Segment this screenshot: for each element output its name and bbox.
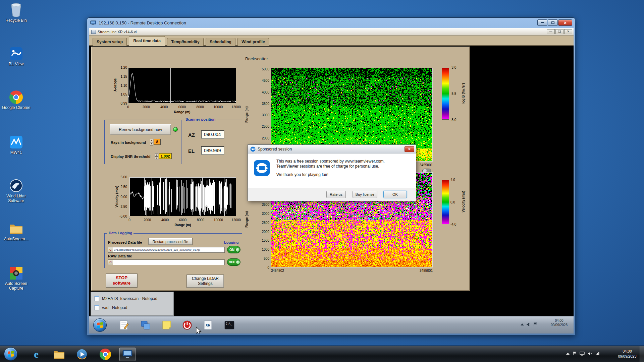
rdp-titlebar[interactable]: 192.168.0.150 - Remote Desktop Connectio… [87, 18, 575, 28]
desktop-icon-label: AutoScreen... [1, 237, 32, 242]
quicklaunch-xr-document-icon[interactable]: XR [202, 319, 214, 331]
show-desktop-button[interactable] [640, 346, 644, 362]
rays-in-background-label: Rays in background [111, 140, 146, 144]
desktop-icon-recycle-bin[interactable]: Recycle Bin [1, 3, 32, 23]
chrome-taskbar-icon[interactable] [99, 348, 112, 361]
action-center-flag-icon[interactable] [573, 351, 577, 356]
velocity-heat-y-axis-label: Range (m) [245, 208, 249, 231]
teamviewer-icon [250, 146, 256, 152]
chevron-up-icon[interactable] [521, 323, 524, 325]
stop-software-button[interactable]: STOP software [106, 274, 138, 288]
rdp-close-button[interactable]: × [558, 19, 572, 26]
desktop-icon-bl-view[interactable]: BL-View [1, 46, 32, 67]
dialog-text-line1: This was a free session sponsored by www… [276, 159, 385, 164]
popup-item-m2hats[interactable]: M2HATS_towerscan - Notepad [91, 294, 173, 303]
velocity-heat-x-labels: 34545023455001 [271, 269, 433, 273]
snr-value-field[interactable]: 1.002 [159, 153, 172, 159]
host-tray-clock[interactable]: 04:00 09/09/2023 [613, 349, 641, 359]
app-minimize-button[interactable]: — [547, 29, 555, 34]
rays-value-field[interactable]: 8 [154, 139, 161, 145]
popup-item-vad[interactable]: vad - Notepad [91, 303, 173, 312]
desktop-icon-label: Google Chrome [1, 106, 32, 110]
tab-real-time-data[interactable]: Real time data [129, 36, 165, 46]
scanner-position-title: Scanner position [184, 117, 217, 121]
scanner-position-group: Scanner position AZ 090.004 EL 089.999 [181, 120, 242, 164]
quicklaunch-notepad-icon[interactable] [118, 319, 130, 331]
toggle-dot [236, 260, 240, 264]
tab-wind-profile[interactable]: Wind profile [237, 38, 269, 46]
network-icon[interactable] [595, 352, 600, 356]
quicklaunch-console-icon[interactable]: C:\_ [224, 319, 235, 331]
el-value-field[interactable]: 089.999 [201, 146, 224, 155]
dialog-close-button[interactable]: × [405, 146, 414, 152]
quicklaunch-window-icon[interactable] [140, 319, 151, 331]
media-player-icon[interactable] [75, 348, 89, 361]
raw-path-control[interactable]: C [108, 259, 225, 265]
processed-path-field[interactable]: C:\Lidar\Data\Proc\2023\202309\20230909\… [113, 247, 225, 253]
ok-button[interactable]: OK [383, 191, 407, 198]
velocity-line-canvas [130, 178, 236, 216]
app-close-button[interactable]: ✕ [564, 29, 572, 34]
quicklaunch-sticky-notes-icon[interactable] [161, 319, 172, 331]
desktop-icon-auto-screen-capture[interactable]: Auto Screen Capture [1, 266, 32, 291]
change-lidar-settings-button[interactable]: Change LiDAR Settings [186, 275, 224, 288]
remote-tray-clock[interactable]: 04:00 09/09/2023 [551, 319, 568, 327]
wind-lidar-icon [9, 178, 23, 193]
rdp-taskbar-button[interactable] [119, 348, 136, 361]
ascope-canvas [128, 68, 236, 103]
buy-license-button[interactable]: Buy license [353, 191, 377, 198]
az-value-field[interactable]: 090.004 [201, 130, 224, 139]
raw-path-field[interactable] [113, 259, 225, 265]
desktop-icon-mw41[interactable]: MW41 [1, 135, 32, 155]
app-titlebar[interactable]: StreamLine XR v14-6.vi — ❏ ✕ [89, 28, 574, 36]
velocity-colorbar [442, 180, 449, 224]
backscatter-colorbar-ticks: -3.0-5.5-8.0 [450, 66, 462, 122]
processed-path-control[interactable]: C C:\Lidar\Data\Proc\2023\202309\2023090… [108, 247, 225, 253]
display-icon[interactable] [580, 352, 585, 356]
volume-icon[interactable] [588, 352, 592, 356]
backscatter-y-axis-label: Range (m) [245, 103, 249, 126]
volume-icon[interactable] [526, 322, 531, 326]
backscatter-colorbar-label: log B (/m /sr) [462, 77, 465, 110]
tab-temp-humidity[interactable]: Temp/humidity [167, 38, 203, 46]
quicklaunch-power-off-icon[interactable] [181, 319, 193, 331]
processed-logging-toggle[interactable]: ON [227, 246, 240, 253]
windows-explorer-icon[interactable] [52, 348, 66, 361]
desktop-icon-autoscreen-folder[interactable]: AutoScreen... [1, 221, 32, 242]
velocity-colorbar-label: Velocity (m/s) [462, 186, 465, 218]
desktop-icon-label: Auto Screen Capture [1, 282, 32, 291]
velocity-x-axis-label: Range (m) [169, 223, 196, 227]
rdp-minimize-button[interactable] [537, 19, 547, 26]
drive-button[interactable]: C [108, 247, 113, 253]
renew-background-button[interactable]: Renew background now [110, 124, 171, 135]
rays-spinner[interactable]: ▲▼ [150, 139, 153, 145]
notepad-icon [94, 305, 99, 310]
snr-spinner[interactable]: ▲▼ [155, 153, 158, 159]
restart-processed-file-button[interactable]: Restart processed file [148, 238, 193, 245]
ascope-x-ticks: 020004000600080001000012000 [119, 105, 245, 109]
rate-us-button[interactable]: Rate us [326, 191, 346, 198]
backscatter-colorbar [442, 68, 449, 120]
tab-scheduling[interactable]: Scheduling [206, 38, 235, 46]
chevron-up-icon[interactable] [566, 353, 570, 355]
rdp-window: 192.168.0.150 - Remote Desktop Connectio… [87, 17, 575, 335]
internet-explorer-icon[interactable]: e [30, 348, 43, 361]
dialog-titlebar[interactable]: Sponsored session × [248, 145, 416, 154]
taskbar-popup-list: M2HATS_towerscan - Notepad vad - Notepad [91, 292, 174, 316]
tab-system-setup[interactable]: System setup [93, 38, 127, 46]
remote-session: StreamLine XR v14-6.vi — ❏ ✕ System setu… [89, 28, 574, 334]
raw-logging-toggle[interactable]: OFF [227, 258, 240, 266]
desktop-icon-google-chrome[interactable]: Google Chrome [1, 90, 32, 110]
remote-taskbar: XR C:\_ 04:00 09/09/2023 [89, 316, 574, 334]
start-button[interactable] [4, 347, 17, 361]
desktop-icon-wind-lidar-software[interactable]: Wind Lidar Software [1, 178, 32, 203]
flag-icon[interactable] [533, 322, 537, 326]
svg-text:C:\_: C:\_ [226, 322, 232, 325]
drive-button[interactable]: C [108, 259, 113, 265]
logging-label: Logging [224, 240, 238, 244]
remote-start-button[interactable] [93, 318, 107, 332]
host-tray-icons [566, 351, 600, 356]
rdp-maximize-button[interactable] [548, 19, 558, 26]
app-restore-button[interactable]: ❏ [555, 29, 564, 34]
dialog-title: Sponsored session [258, 147, 292, 152]
